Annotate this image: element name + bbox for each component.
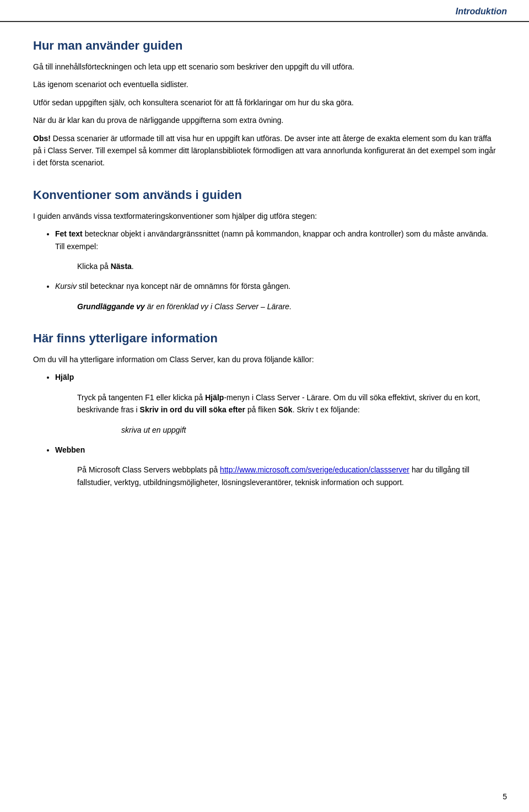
obs-content: Dessa scenarier är utformade till att vi… (33, 134, 496, 168)
conventions-intro: I guiden används vissa textformateringsk… (33, 210, 496, 222)
more-info-list-2: Webben (55, 444, 496, 456)
italic-example: Grundläggande vy är en förenklad vy i Cl… (77, 300, 496, 313)
obs-paragraph: Obs! Dessa scenarier är utformade till a… (33, 132, 496, 169)
conventions-list-2: Kursiv stil betecknar nya koncept när de… (55, 280, 496, 292)
list-item-bold: Fet text betecknar objekt i användargrän… (55, 228, 496, 252)
list-item-web: Webben (55, 444, 496, 456)
help-paragraph: Tryck på tangenten F1 eller klicka på Hj… (77, 391, 496, 436)
content-area: Hur man använder guiden Gå till innehåll… (0, 22, 529, 521)
list-item-italic: Kursiv stil betecknar nya koncept när de… (55, 280, 496, 292)
web-paragraph: På Microsoft Class Servers webbplats på … (77, 464, 496, 488)
page-container: Introduktion Hur man använder guiden Gå … (0, 0, 529, 812)
paragraph-4: När du är klar kan du prova de närliggan… (33, 114, 496, 126)
section-more-info: Här finns ytterligare information Om du … (33, 331, 496, 488)
header-bar: Introduktion (0, 0, 529, 22)
more-info-list: Hjälp (55, 371, 496, 383)
section-heading-more-info: Här finns ytterligare information (33, 331, 496, 346)
conventions-list: Fet text betecknar objekt i användargrän… (55, 228, 496, 252)
header-title: Introduktion (456, 7, 507, 17)
help-heading: Hjälp (55, 373, 74, 381)
click-example: Klicka på Nästa. (77, 260, 496, 272)
code-text: skriva ut en uppgift (121, 426, 186, 434)
section-how-to-use: Hur man använder guiden Gå till innehåll… (33, 39, 496, 169)
paragraph-3: Utför sedan uppgiften själv, och konsult… (33, 96, 496, 109)
section-heading-conventions: Konventioner som används i guiden (33, 188, 496, 202)
bullet2-text: Kursiv stil betecknar nya koncept när de… (55, 282, 290, 291)
web-text-block: På Microsoft Class Servers webbplats på … (77, 464, 496, 488)
list-item-help: Hjälp (55, 371, 496, 383)
section-heading-how-to-use: Hur man använder guiden (33, 39, 496, 53)
paragraph-2: Läs igenom scenariot och eventuella sidl… (33, 78, 496, 90)
bullet1-text: Fet text betecknar objekt i användargrän… (55, 229, 488, 250)
obs-label: Obs! (33, 134, 51, 143)
page-number: 5 (503, 792, 507, 801)
paragraph-1: Gå till innehållsförteckningen och leta … (33, 61, 496, 73)
help-text-block: Tryck på tangenten F1 eller klicka på Hj… (77, 391, 496, 416)
web-link[interactable]: http://www.microsoft.com/sverige/educati… (220, 465, 409, 474)
web-heading: Webben (55, 445, 85, 454)
section-conventions: Konventioner som används i guiden I guid… (33, 188, 496, 313)
more-info-intro: Om du vill ha ytterligare information om… (33, 353, 496, 365)
code-example: skriva ut en uppgift (121, 424, 496, 436)
